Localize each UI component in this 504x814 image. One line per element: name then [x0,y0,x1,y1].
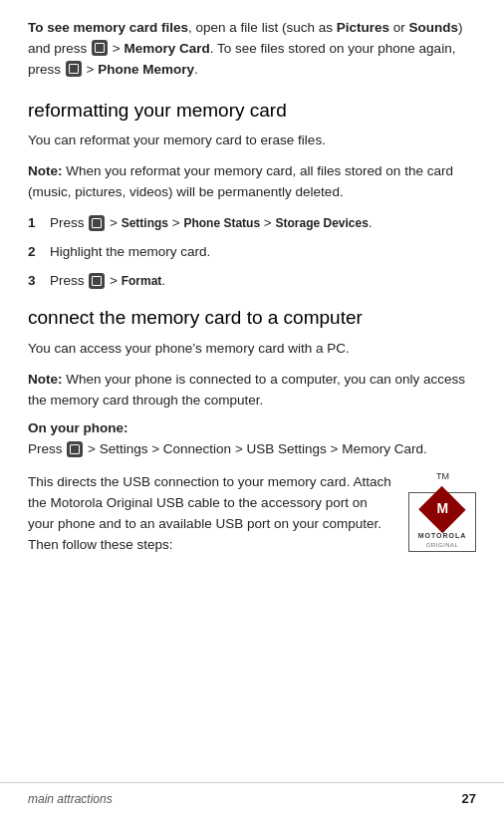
footer-section-name: main attractions [28,792,113,806]
motorola-diamond-icon [418,486,465,533]
step3-text-start: Press [50,273,88,288]
step-num-2: 2 [28,242,50,263]
intro-or: or [389,20,409,35]
step-content-1: Press > Settings > Phone Status > Storag… [50,213,476,234]
step1-gt1: > [168,215,183,230]
note-text-2: When your phone is connected to a comput… [28,372,465,407]
intro-pictures: Pictures [337,20,389,35]
intro-bold-start: To see memory card files [28,20,188,35]
tm-symbol: TM [436,472,449,481]
step-list-1: 1 Press > Settings > Phone Status > Stor… [28,213,476,292]
step-content-2: Highlight the memory card. [50,242,476,263]
step-3: 3 Press > Format. [28,271,476,292]
press-connection: Connection [163,441,231,456]
step1-phone-status: Phone Status [183,216,260,230]
step1-settings: Settings [122,216,168,230]
step3-format: Format [122,274,162,288]
section1-heading: reformatting your memory card [28,99,476,124]
intro-paragraph: To see memory card files, open a file li… [28,18,476,81]
note-label-2: Note: [28,372,63,387]
press-settings: Settings [100,441,148,456]
step1-end: . [369,215,373,230]
press-label: Press [28,441,66,456]
step1-gt2: > [260,215,275,230]
press-usb: USB Settings [247,441,327,456]
step-num-1: 1 [28,213,50,234]
note-text-1: When you reformat your memory card, all … [28,163,453,199]
menu-key-press [67,441,83,457]
step1-storage-devices: Storage Devices [275,216,368,230]
last-para-block: TM MOTOROLA ORIGINAL This directs the US… [28,472,476,556]
motorola-logo-box: MOTOROLA ORIGINAL [408,492,476,552]
menu-key-step1 [89,215,105,231]
step3-end: . [161,273,165,288]
intro-menu1: Memory Card [124,41,209,56]
press-memcard: Memory Card [342,441,423,456]
section1-note: Note: When you reformat your memory card… [28,161,476,203]
step1-text-start: Press [50,215,88,230]
section2-heading: connect the memory card to a computer [28,306,476,331]
motorola-logo-block: TM MOTOROLA ORIGINAL [408,472,476,551]
footer-page-num: 27 [462,791,476,806]
footer: main attractions 27 [0,782,504,814]
step3-mid: > [106,273,121,288]
note-label-1: Note: [28,163,63,178]
menu-key-step3 [89,273,105,289]
intro-text-rest: , open a file list (such as [188,20,337,35]
step-num-3: 3 [28,271,50,292]
section2-para1: You can access your phone’s memory card … [28,339,476,360]
on-your-phone-label: On your phone: [28,420,476,435]
section1-para1: You can reformat your memory card to era… [28,131,476,151]
menu-key-1 [92,40,108,56]
press-end: . [423,441,427,456]
section2-note: Note: When your phone is connected to a … [28,370,476,411]
step-content-3: Press > Format. [50,271,476,292]
motorola-sublabel: ORIGINAL [426,541,459,550]
step-1: 1 Press > Settings > Phone Status > Stor… [28,213,476,234]
intro-end: . [194,62,198,77]
intro-sounds: Sounds [408,20,458,35]
press-line: Press > Settings > Connection > USB Sett… [28,439,476,460]
menu-key-2 [66,61,82,77]
intro-menu2: Phone Memory [98,62,194,77]
step1-mid1: > [106,215,121,230]
step-2: 2 Highlight the memory card. [28,242,476,263]
